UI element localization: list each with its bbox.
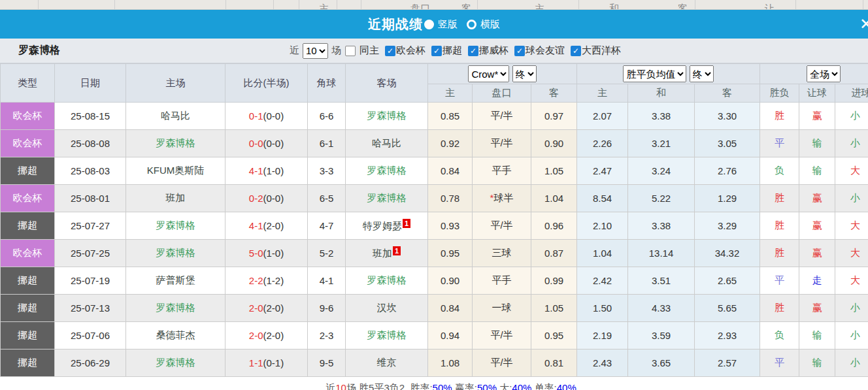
win-odds-cell: 2.47 [577,157,628,185]
away-team-cell: 汉坎 [346,295,428,322]
summary-line: 近10场,胜5平3负2, 胜率:50% 赢率:50% 大:40% 单率:40% [0,377,868,390]
odds-time-select[interactable]: 终 [690,65,714,82]
ah-away-odds-cell: 0.97 [531,103,577,130]
match-date-cell: 25-07-27 [55,212,126,240]
home-team-cell: KFUM奥斯陆 [126,157,225,185]
matches-label: 场 [331,44,341,57]
match-date-cell: 25-07-13 [55,295,126,322]
vertical-layout-radio[interactable] [424,20,434,29]
vertical-layout-label[interactable]: 竖版 [438,18,458,31]
away-team-cell: 罗森博格 [346,322,428,349]
home-team-cell: 桑德菲杰 [126,322,225,349]
ah-time-select[interactable]: 终 [512,65,537,82]
away-team-cell: 罗森博格 [346,157,428,185]
ah-away-odds-cell: 0.87 [531,240,577,267]
close-icon[interactable]: ✕ [860,16,868,32]
team-name: 哈马比 [372,137,401,148]
competition-checkbox-checked[interactable]: ✓ [514,46,525,56]
win-odds-cell: 2.42 [577,267,628,295]
scope-select[interactable]: 全场 [807,65,841,82]
match-type-cell: 挪超 [1,267,55,295]
team-name: 维京 [377,357,397,368]
full-time-score: 2-0 [249,330,263,341]
match-date-cell: 25-07-25 [55,240,126,267]
goals-result-cell: 大 [835,267,868,295]
odds-company-select[interactable]: 胜平负均值 [623,65,686,82]
team-name: 罗森博格 [367,110,407,121]
horizontal-layout-label[interactable]: 横版 [480,18,500,31]
score-cell: 1-1(0-1) [225,349,308,377]
ah-line-cell: 一球 [473,295,531,322]
scope-group-header: 全场 [760,64,868,84]
corner-cell: 6-6 [308,103,346,130]
team-name: 罗森博格 [156,137,195,148]
column-divider [695,0,695,9]
lose-odds-cell: 2.65 [695,267,760,295]
home-team-cell: 班加 [126,185,225,212]
sub-col-odds-home: 主 [577,84,628,103]
recent-count-select[interactable]: 10 [303,43,328,59]
competition-label: 挪威杯 [479,44,509,57]
half-time-score: (0-0) [263,138,284,149]
team-name: KFUM奥斯陆 [147,165,205,176]
result-cell: 负 [760,322,799,349]
half-time-score: (2-0) [263,302,284,314]
ah-away-odds-cell: 0.99 [531,267,577,295]
match-type-cell: 挪超 [1,322,55,349]
home-team-cell: 罗森博格 [126,349,225,377]
summary-segment: 赢率: [452,382,477,390]
result-cell: 平 [760,349,799,377]
corner-cell: 4-1 [308,267,346,295]
goals-result-cell: 小 [835,349,868,377]
full-time-score: 0-0 [249,138,263,149]
draw-odds-cell: 5.22 [628,185,695,212]
recent-label: 近 [290,44,299,57]
competition-checkbox-checked[interactable]: ✓ [385,46,395,56]
full-time-score: 1-1 [249,357,263,368]
lose-odds-cell: 1.29 [695,185,760,212]
away-team-cell: 罗森博格 [346,103,428,130]
odds-group-header: 胜平负均值 终 [577,64,760,84]
competition-checkbox-checked[interactable]: ✓ [468,46,478,56]
competition-checkbox-checked[interactable]: ✓ [431,46,442,56]
match-row: 挪超25-07-19萨普斯堡2-2(1-2)4-1罗森博格0.90平手0.992… [1,267,868,295]
ah-line-cell: 三球 [473,240,531,267]
col-away: 客场 [346,64,428,103]
team-name: 汉坎 [377,302,397,313]
result-cell: 胜 [760,185,799,212]
summary-segment: 50% [477,382,497,390]
sub-col-ah-away: 客 [531,84,577,103]
ah-line-cell: 平/半 [473,212,531,240]
score-cell: 4-1(1-0) [225,157,308,185]
competition-checkbox-checked[interactable]: ✓ [571,46,581,56]
corner-cell: 6-5 [308,185,346,212]
ah-company-select[interactable]: Crow* [468,65,509,82]
lose-odds-cell: 2.57 [695,349,760,377]
score-cell: 2-0(2-0) [225,295,308,322]
clipped-header-text: 客 [678,3,688,10]
team-name: 特罗姆瑟 [363,220,402,231]
draw-odds-cell: 4.33 [628,295,695,322]
summary-segment: 10 [335,382,346,390]
score-cell: 0-0(0-0) [225,130,308,157]
corner-cell: 9-6 [308,295,346,322]
goals-result-cell: 小 [835,130,868,157]
competition-filter-0: ✓欧会杯 [385,44,426,57]
full-time-score: 0-1 [249,110,263,122]
score-cell: 5-0(1-0) [225,240,308,267]
same-home-checkbox[interactable] [345,46,356,56]
horizontal-layout-radio[interactable] [467,20,476,29]
sub-col-result: 胜负 [760,84,799,103]
half-time-score: (0-1) [263,357,284,368]
column-divider [578,0,579,9]
sub-col-odds-draw: 和 [628,84,695,103]
match-type-cell: 欧会杯 [1,185,55,212]
clipped-header-text: 盘口 [410,3,430,10]
away-team-cell: 特罗姆瑟1 [346,212,428,240]
half-time-score: (1-0) [263,165,284,176]
lose-odds-cell: 3.05 [695,130,760,157]
lose-odds-cell: 3.29 [695,212,760,240]
summary-segment: 40% [557,382,576,390]
corner-cell: 6-1 [308,130,346,157]
results-table: 类型 日期 主场 比分(半场) 角球 客场 Crow* 终 胜平负均值 终 [0,63,868,377]
